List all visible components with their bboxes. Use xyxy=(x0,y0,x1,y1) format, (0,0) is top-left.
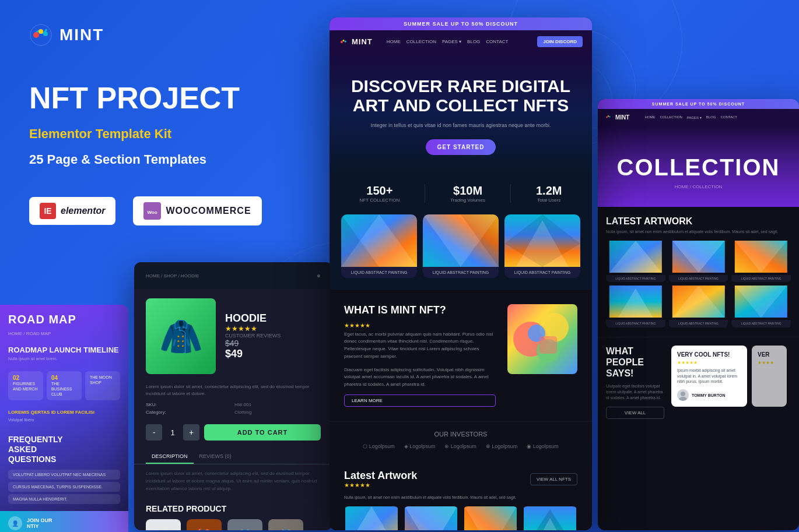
test-title: WHATPEOPLESAYS! xyxy=(606,346,664,379)
what-title: WHAT IS MINT NFT? xyxy=(344,304,496,316)
sale-banner: SUMMER SALE UP TO 50% DISCOUNT xyxy=(330,17,592,30)
what-section: WHAT IS MINT NFT? ★★★★★ Eget lacus, ac m… xyxy=(330,290,592,422)
investor-2: ◈ Logolpsum xyxy=(404,443,436,449)
roadmap-card: ROAD MAP HOME / ROAD MAP ROADMAP LAUNCH … xyxy=(0,305,128,532)
timeline-sub: Nulla ipsum sit amet lorem. xyxy=(8,357,120,361)
nft-art-2 xyxy=(423,214,499,267)
hero-section: DISCOVER RARE DIGITAL ART AND COLLECT NF… xyxy=(330,53,592,172)
test-card-desc-1: Ipsum morbit adipiscing sit amet volutpa… xyxy=(677,368,741,385)
road-item-label-3: THE MOON SHOP xyxy=(90,375,115,385)
learn-more-button[interactable]: LEARN MORE xyxy=(344,394,496,407)
lar-desc: Nulla ipsum, sit amet non enim aestilbul… xyxy=(606,229,791,235)
what-stars: ★★★★★ xyxy=(344,322,496,329)
related-item-4: 👕 T-SHIRT ★★★★★ xyxy=(268,519,303,530)
art-item-3: LIQUID ABSTRACT PAINTING xyxy=(463,506,518,530)
road-items: 02 FIGURINES AND MERCH 04 THE BUSINESS C… xyxy=(0,367,128,405)
hero-title: DISCOVER RARE DIGITAL ART AND COLLECT NF… xyxy=(347,76,574,115)
latest-artwork-right: LATEST ARTWORK Nulla ipsum, sit amet non… xyxy=(598,207,799,337)
related-img-3: 👕 xyxy=(227,519,262,530)
art-img-3 xyxy=(463,506,518,530)
description-content: Lorem ipsum dolor sit amet, consectetur … xyxy=(134,464,332,498)
lar-img-5 xyxy=(669,286,728,318)
product-header: HOME / SHOP / HOODIE ● xyxy=(134,262,332,289)
lorem-title: LOREMIS QERTAS ID LOREM FACILISI xyxy=(8,410,120,415)
la-title-area: Latest Artwork ★★★★★ xyxy=(344,470,417,488)
nav-logo-text: MINT xyxy=(352,37,373,46)
investors-section: OUR INVESTORS ⬡ Logolpsum ◈ Logolpsum ⊕ … xyxy=(330,421,592,458)
right-nav-pages[interactable]: PAGES ▾ xyxy=(687,115,702,119)
right-nav-home[interactable]: HOME xyxy=(644,115,655,119)
related-img-2: 🎒 xyxy=(187,519,222,530)
lar-label-6: LIQUID ABSTRACT PAINTING xyxy=(731,320,791,327)
qty-decrease-btn[interactable]: - xyxy=(146,424,162,441)
abstract-art-svg xyxy=(507,304,577,374)
testimonial-section: WHATPEOPLESAYS! Ulutpate eget facilisis … xyxy=(598,337,799,427)
product-stars: ★★★★★ xyxy=(225,325,321,333)
qty-increase-btn[interactable]: + xyxy=(183,424,199,441)
woo-icon: Woo xyxy=(143,202,161,220)
nft-art-3 xyxy=(504,214,580,267)
related-item-2: 🎒 BACKPACKS ★★★★★ xyxy=(187,519,222,530)
lar-item-3: LIQUID ABSTRACT PAINTING xyxy=(731,241,791,283)
right-nav-logo: MINT xyxy=(605,114,634,121)
stats-row: 150+ NFT COLLECTION $10M Trading Volumes… xyxy=(330,172,592,214)
nft-card-img-1 xyxy=(341,214,417,267)
lar-img-4 xyxy=(606,286,665,318)
woo-label: WOOCOMMERCE xyxy=(166,206,251,216)
investor-1: ⬡ Logolpsum xyxy=(363,443,395,449)
tab-reviews[interactable]: REVIEWS (0) xyxy=(194,450,237,464)
qty-value: 1 xyxy=(167,428,178,437)
join-icon: 👤 xyxy=(8,516,22,530)
test-content-row: WHATPEOPLESAYS! Ulutpate eget facilisis … xyxy=(606,346,791,419)
right-nav-collection[interactable]: COLLECTION xyxy=(660,115,682,119)
stat-users: 1.2M Total Users xyxy=(536,184,562,203)
test-card-title-2: VER xyxy=(758,351,781,358)
lar-label-3: LIQUID ABSTRACT PAINTING xyxy=(731,275,791,283)
tab-description[interactable]: DESCRIPTION xyxy=(146,450,194,464)
road-item-3: THE MOON SHOP xyxy=(85,371,120,400)
right-screen: SUMMER SALE UP TO 50% DISCOUNT MINT HOME… xyxy=(598,99,799,530)
collection-title: COLLECTION xyxy=(609,154,787,181)
test-cards: VERY COOL NFTS! ★★★★★ Ipsum morbit adipi… xyxy=(671,346,787,407)
la-header: Latest Artwork ★★★★★ VIEW ALL NFTS xyxy=(344,470,577,488)
pages-text: 25 Page & Section Templates xyxy=(29,152,297,167)
mint-nav: MINT HOME COLLECTION PAGES ▾ BLOG CONTAC… xyxy=(330,30,592,53)
discord-button[interactable]: JOIN DISCORD xyxy=(537,36,583,47)
product-attrs: SKU: HW-001 Category: Clothing xyxy=(134,397,332,420)
lar-item-1: LIQUID ABSTRACT PAINTING xyxy=(606,241,665,283)
right-nav-contact[interactable]: CONTACT xyxy=(720,115,737,119)
nav-contact[interactable]: CONTACT xyxy=(486,39,508,44)
stat-nft: 150+ NFT COLLECTION xyxy=(360,184,400,203)
related-item-1: 🧢 BASEBALL HATS ★★★★★ xyxy=(146,519,181,530)
nav-home[interactable]: HOME xyxy=(387,39,401,44)
get-started-button[interactable]: GET STARTED xyxy=(426,139,496,155)
right-nav-blog[interactable]: BLOG xyxy=(706,115,716,119)
svg-point-48 xyxy=(681,392,685,396)
roadmap-title: ROAD MAP xyxy=(0,305,128,331)
related-title: RELATED PRODUCT xyxy=(146,504,321,513)
art-img-4 xyxy=(523,506,577,530)
template-kit-subtitle: Elementor Template Kit xyxy=(29,126,297,142)
art-img-2 xyxy=(404,506,458,530)
test-card-stars-2: ★★★★ xyxy=(758,360,781,365)
roadmap-join-bar: 👤 JOIN OURNTIY xyxy=(0,511,128,532)
nav-collection[interactable]: COLLECTION xyxy=(406,39,436,44)
road-item-num-1: 02 xyxy=(13,375,38,381)
what-desc: Eget lacus, ac morbi pulvinar aliquam qu… xyxy=(344,331,496,361)
stat-nft-num: 150+ xyxy=(360,184,400,198)
attr-cat-val: Clothing xyxy=(234,410,321,415)
nav-pages[interactable]: PAGES ▾ xyxy=(442,39,461,44)
svg-point-1 xyxy=(33,32,39,38)
lar-img-1 xyxy=(606,241,665,273)
collection-breadcrumb: HOME / COLLECTION xyxy=(609,184,787,189)
road-item-num-2: 04 xyxy=(51,375,77,381)
stat-trading: $10M Trading Volumes xyxy=(450,184,485,203)
svg-text:Woo: Woo xyxy=(148,210,157,215)
view-all-button[interactable]: VIEW ALL NFTS xyxy=(530,473,577,485)
view-all-btn[interactable]: VIEW ALL xyxy=(606,407,664,419)
add-to-cart-button[interactable]: ADD TO CART xyxy=(204,424,321,441)
stat-users-num: 1.2M xyxy=(536,184,562,198)
nft-card-2: LIQUID ABSTRACT PAINTING xyxy=(423,214,499,278)
nav-blog[interactable]: BLOG xyxy=(467,39,480,44)
lar-label-4: LIQUID ABSTRACT PAINTING xyxy=(606,320,665,327)
